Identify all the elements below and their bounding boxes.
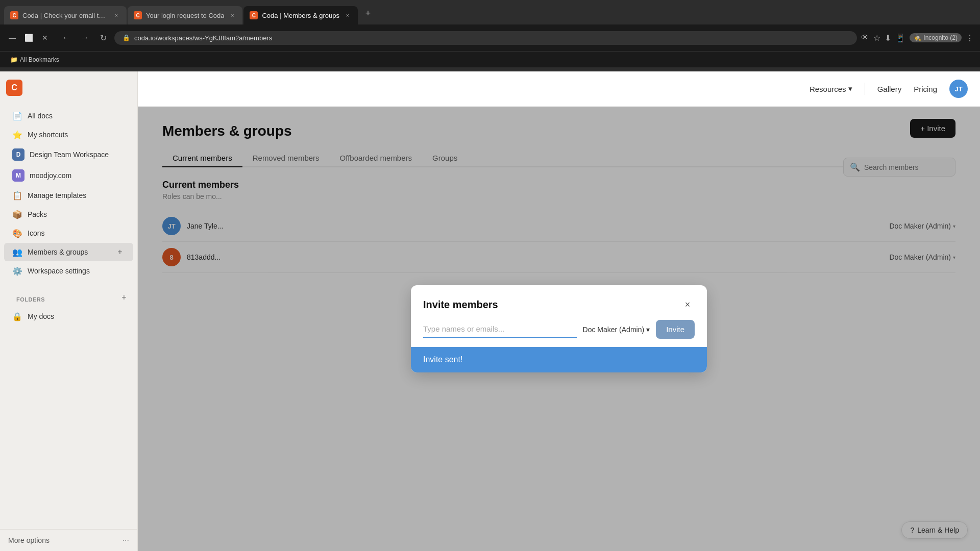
sidebar-item-my-docs[interactable]: 🔒 My docs bbox=[4, 307, 133, 325]
invite-row: Doc Maker (Admin) ▾ Invite bbox=[423, 320, 695, 347]
folders-title: FOLDERS bbox=[8, 290, 53, 305]
sidebar-item-icons-label: Icons bbox=[28, 229, 125, 237]
design-team-badge: D bbox=[12, 148, 24, 161]
members-add-button[interactable]: + bbox=[115, 247, 125, 257]
icons-icon: 🎨 bbox=[12, 228, 22, 238]
bookmark-icon: 📁 bbox=[10, 56, 18, 63]
lock-icon: 🔒 bbox=[122, 34, 130, 41]
star-icon[interactable]: ☆ bbox=[873, 33, 880, 43]
more-options-button[interactable]: ··· bbox=[122, 536, 129, 545]
tab-1-title: Coda | Check your email to fi... bbox=[22, 12, 108, 19]
browser-tabs: C Coda | Check your email to fi... × C Y… bbox=[0, 0, 980, 24]
tab-3[interactable]: C Coda | Members & groups × bbox=[243, 6, 358, 24]
tab-1-close[interactable]: × bbox=[112, 11, 120, 19]
reload-button[interactable]: ↻ bbox=[96, 31, 110, 45]
invite-modal: Invite members × Doc Maker (Admin) ▾ bbox=[411, 285, 707, 372]
sidebar-item-members[interactable]: 👥 Members & groups + bbox=[4, 243, 133, 261]
members-page: Members & groups + Invite Current member… bbox=[138, 107, 980, 551]
more-options-label[interactable]: More options bbox=[8, 536, 50, 544]
menu-icon[interactable]: ⋮ bbox=[966, 33, 974, 43]
packs-icon: 📦 bbox=[12, 209, 22, 219]
main-topbar: Resources ▾ Gallery Pricing JT bbox=[138, 71, 980, 107]
role-selector[interactable]: Doc Maker (Admin) ▾ bbox=[583, 325, 650, 334]
modal-close-button[interactable]: × bbox=[680, 297, 695, 312]
all-bookmarks-label: All Bookmarks bbox=[20, 56, 59, 63]
bookmarks-bar: 📁 All Bookmarks bbox=[0, 51, 980, 67]
invite-sent-label: Invite sent! bbox=[423, 355, 462, 364]
role-selector-chevron: ▾ bbox=[646, 325, 650, 334]
all-docs-icon: 📄 bbox=[12, 111, 22, 121]
new-tab-button[interactable]: + bbox=[361, 6, 375, 20]
coda-logo-letter: C bbox=[11, 83, 17, 92]
sidebar: C 📄 All docs ⭐ My shortcuts D Design Tea… bbox=[0, 71, 138, 551]
tab-1[interactable]: C Coda | Check your email to fi... × bbox=[4, 6, 127, 24]
tab-3-favicon: C bbox=[250, 11, 258, 19]
browser-actions: 👁 ☆ ⬇ 📱 🕵 Incognito (2) ⋮ bbox=[861, 33, 974, 43]
sidebar-item-shortcuts-label: My shortcuts bbox=[28, 131, 125, 139]
sidebar-item-moodjoy-label: moodjoy.com bbox=[30, 171, 125, 180]
tab-2[interactable]: C Your login request to Coda × bbox=[128, 6, 242, 24]
tab-3-title: Coda | Members & groups bbox=[262, 12, 339, 19]
resources-button[interactable]: Resources ▾ bbox=[810, 84, 852, 93]
download-icon[interactable]: ⬇ bbox=[885, 33, 891, 43]
moodjoy-badge: M bbox=[12, 169, 24, 182]
device-icon[interactable]: 📱 bbox=[895, 33, 905, 43]
sidebar-item-all-docs[interactable]: 📄 All docs bbox=[4, 107, 133, 125]
tab-2-close[interactable]: × bbox=[228, 11, 236, 19]
browser-chrome: C Coda | Check your email to fi... × C Y… bbox=[0, 0, 980, 71]
my-docs-icon: 🔒 bbox=[12, 311, 22, 321]
modal-invite-button[interactable]: Invite bbox=[656, 320, 695, 339]
window-controls: — ⬜ ✕ bbox=[6, 32, 51, 44]
address-text: coda.io/workspaces/ws-YgKJ8fam2a/members bbox=[134, 34, 849, 42]
settings-icon: ⚙️ bbox=[12, 266, 22, 276]
sidebar-item-workspace-settings[interactable]: ⚙️ Workspace settings bbox=[4, 262, 133, 280]
folders-section: FOLDERS + 🔒 My docs bbox=[0, 288, 137, 325]
incognito-badge: 🕵 Incognito (2) bbox=[910, 33, 962, 42]
tab-2-favicon: C bbox=[134, 11, 142, 19]
sidebar-header: C bbox=[0, 71, 137, 104]
gallery-link[interactable]: Gallery bbox=[877, 85, 902, 93]
invite-sent-banner: Invite sent! bbox=[411, 347, 707, 372]
folders-add-button[interactable]: + bbox=[119, 292, 129, 303]
sidebar-item-packs[interactable]: 📦 Packs bbox=[4, 205, 133, 223]
sidebar-footer: More options ··· bbox=[0, 529, 137, 551]
sidebar-item-icons[interactable]: 🎨 Icons bbox=[4, 224, 133, 242]
sidebar-item-design-team[interactable]: D Design Team Workspace bbox=[4, 144, 133, 165]
browser-controls: — ⬜ ✕ ← → ↻ 🔒 coda.io/workspaces/ws-YgKJ… bbox=[0, 24, 980, 51]
sidebar-item-manage-templates[interactable]: 📋 Manage templates bbox=[4, 186, 133, 205]
sidebar-item-all-docs-label: All docs bbox=[28, 112, 125, 120]
resources-chevron-icon: ▾ bbox=[848, 84, 852, 93]
incognito-icon: 🕵 bbox=[914, 34, 921, 41]
user-initials: JT bbox=[954, 85, 962, 93]
sidebar-item-templates-label: Manage templates bbox=[28, 191, 125, 199]
tab-2-title: Your login request to Coda bbox=[146, 12, 224, 19]
sidebar-item-design-team-label: Design Team Workspace bbox=[30, 151, 125, 159]
user-avatar[interactable]: JT bbox=[949, 80, 968, 98]
sidebar-item-moodjoy[interactable]: M moodjoy.com bbox=[4, 165, 133, 186]
folders-header: FOLDERS + bbox=[0, 288, 137, 307]
sidebar-item-packs-label: Packs bbox=[28, 210, 125, 218]
sidebar-item-my-docs-label: My docs bbox=[28, 312, 125, 320]
sidebar-item-members-label: Members & groups bbox=[28, 248, 110, 256]
maximize-button[interactable]: ⬜ bbox=[22, 32, 35, 44]
resources-label: Resources bbox=[810, 85, 846, 93]
modal-header: Invite members × bbox=[411, 285, 707, 320]
minimize-button[interactable]: — bbox=[6, 32, 18, 44]
coda-logo[interactable]: C bbox=[6, 80, 22, 96]
close-icon: × bbox=[685, 299, 691, 310]
forward-button[interactable]: → bbox=[78, 31, 92, 45]
shortcuts-icon: ⭐ bbox=[12, 130, 22, 140]
close-button[interactable]: ✕ bbox=[39, 32, 51, 44]
all-bookmarks[interactable]: 📁 All Bookmarks bbox=[6, 55, 63, 64]
templates-icon: 📋 bbox=[12, 190, 22, 201]
modal-overlay[interactable]: Invite members × Doc Maker (Admin) ▾ bbox=[138, 107, 980, 551]
app-layout: C 📄 All docs ⭐ My shortcuts D Design Tea… bbox=[0, 71, 980, 551]
address-bar[interactable]: 🔒 coda.io/workspaces/ws-YgKJ8fam2a/membe… bbox=[114, 31, 857, 45]
back-button[interactable]: ← bbox=[59, 31, 74, 45]
invite-email-input[interactable] bbox=[423, 320, 577, 338]
tab-1-favicon: C bbox=[10, 11, 18, 19]
pricing-link[interactable]: Pricing bbox=[914, 85, 937, 93]
tab-3-close[interactable]: × bbox=[344, 11, 352, 19]
topbar-divider bbox=[865, 83, 865, 95]
sidebar-item-my-shortcuts[interactable]: ⭐ My shortcuts bbox=[4, 126, 133, 144]
